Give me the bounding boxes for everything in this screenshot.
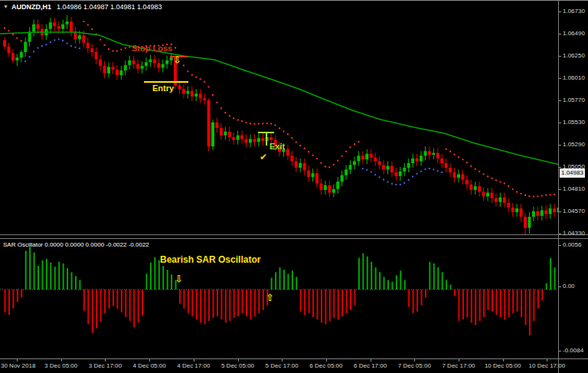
oscillator-bar-negative <box>129 290 131 321</box>
oscillator-bar-positive <box>271 278 273 290</box>
sell-entry-arrow-icon[interactable]: ⇩ <box>173 54 181 66</box>
bull-candle <box>249 139 252 143</box>
bear-candle <box>103 66 106 74</box>
oscillator-bar-positive <box>404 280 406 290</box>
bull-candle <box>549 208 552 214</box>
bearish-oscillator-label[interactable]: Bearish SAR Oscillator <box>160 254 260 265</box>
exit-line-vertical[interactable] <box>266 132 267 146</box>
sar-dot-bearish <box>449 151 451 152</box>
sar-dot-bearish <box>104 44 106 46</box>
sar-dot-bearish <box>125 47 126 49</box>
sar-dot-bullish <box>41 45 43 47</box>
oscillator-bar-negative <box>234 290 235 318</box>
oscillator-panel-canvas[interactable]: Bearish SAR Oscillator ⇩ ⇧ <box>0 239 559 358</box>
sar-dot-bullish <box>408 179 410 181</box>
sar-dot-bullish <box>395 184 397 185</box>
price-chart-canvas[interactable]: ▼AUDNZD,H11.04986 1.04987 1.04981 1.0498… <box>0 1 559 236</box>
bear-candle <box>382 165 385 169</box>
bear-candle <box>11 53 15 61</box>
bull-candle <box>357 155 360 161</box>
bull-candle <box>420 155 423 161</box>
oscillator-bar-positive <box>275 272 276 290</box>
oscillator-bar-negative <box>8 290 10 315</box>
oscillator-bar-negative <box>425 290 426 297</box>
oscillator-bar-negative <box>421 290 423 306</box>
sar-dot-bearish <box>358 141 359 142</box>
oscillator-bar-negative <box>475 290 476 325</box>
price-axis[interactable]: 1.067301.064901.062501.060101.057701.055… <box>559 0 588 358</box>
bear-candle <box>53 22 56 26</box>
time-axis[interactable]: 30 Nov 20183 Dec 05:003 Dec 17:004 Dec 0… <box>0 359 588 373</box>
dropdown-arrow-icon[interactable]: ▼ <box>3 4 8 9</box>
oscillator-histogram[interactable] <box>0 239 559 358</box>
sar-dot-bearish <box>521 193 522 195</box>
bear-candle <box>440 159 443 163</box>
bear-candle <box>469 185 472 190</box>
oscillator-bar-negative <box>242 290 243 313</box>
bull-candle <box>457 174 460 178</box>
oscillator-bar-negative <box>254 290 256 316</box>
sar-dot-bearish <box>499 182 501 183</box>
oscillator-bar-negative <box>213 290 214 318</box>
oscillator-bar-negative <box>116 290 118 309</box>
bull-candle <box>78 35 81 39</box>
sar-dot-bearish <box>229 115 230 116</box>
bull-candle <box>353 162 356 165</box>
oscillator-bar-positive <box>546 283 547 290</box>
oscillator-bar-positive <box>279 267 281 290</box>
oscillator-bar-negative <box>512 290 514 313</box>
oscillator-down-arrow-icon[interactable]: ⇩ <box>175 273 183 285</box>
oscillator-header: SAR Oscillator 0.0000 0.0000 0.0000 -0.0… <box>3 241 149 248</box>
price-axis-label: 1.06730 <box>563 8 585 15</box>
bear-candle <box>82 35 85 43</box>
oscillator-axis-tick <box>559 245 561 246</box>
bear-candle <box>303 163 306 171</box>
oscillator-up-arrow-icon[interactable]: ⇧ <box>266 292 274 303</box>
panel-splitter[interactable] <box>0 234 588 235</box>
entry-label[interactable]: Entry <box>152 83 174 93</box>
bull-candle <box>541 211 544 216</box>
time-axis-tick <box>459 359 459 362</box>
sar-dot-bullish <box>50 41 51 43</box>
sar-dot-bearish <box>212 94 214 96</box>
bear-candle <box>3 40 6 46</box>
bear-candle <box>370 154 373 158</box>
sar-dot-bearish <box>129 47 130 48</box>
sar-dot-bearish <box>108 48 109 50</box>
sar-dot-bullish <box>33 51 34 52</box>
oscillator-bar-positive <box>384 277 385 290</box>
sar-dot-bearish <box>237 119 239 121</box>
sar-dot-bearish <box>183 64 185 66</box>
bull-candle <box>345 169 348 175</box>
oscillator-bar-positive <box>433 263 435 290</box>
sar-dot-bearish <box>345 151 347 152</box>
exit-label[interactable]: Exit <box>270 142 285 151</box>
sar-dot-bullish <box>62 40 64 41</box>
bear-candle <box>240 136 243 139</box>
bull-candle <box>312 173 315 177</box>
oscillator-bar-negative <box>200 290 201 322</box>
entry-line[interactable] <box>144 81 188 83</box>
sar-dot-bearish <box>83 21 84 22</box>
sar-dot-bullish <box>412 176 413 178</box>
stop-loss-label[interactable]: Stop Loss <box>132 44 172 53</box>
oscillator-bar-negative <box>471 290 472 322</box>
oscillator-bar-positive <box>154 257 155 290</box>
exit-check-icon[interactable]: ✔ <box>260 152 267 162</box>
oscillator-bar-positive <box>75 276 77 290</box>
oscillator-bar-positive <box>63 263 64 290</box>
sar-dot-bearish <box>504 182 505 184</box>
candlestick-plot[interactable] <box>0 1 559 236</box>
oscillator-bar-negative <box>21 290 22 297</box>
price-axis-tick <box>559 11 561 12</box>
bull-candle <box>423 151 426 155</box>
bear-candle <box>207 100 211 146</box>
sar-dot-bearish <box>479 171 480 172</box>
sar-dot-bearish <box>483 173 485 175</box>
sar-dot-bearish <box>16 38 18 39</box>
ohlc-quotes: 1.04986 1.04987 1.04981 1.04983 <box>57 3 162 11</box>
bull-candle <box>515 208 518 212</box>
price-axis-label: 1.04570 <box>563 208 585 214</box>
oscillator-bar-positive <box>58 262 60 290</box>
oscillator-bar-negative <box>521 290 522 317</box>
